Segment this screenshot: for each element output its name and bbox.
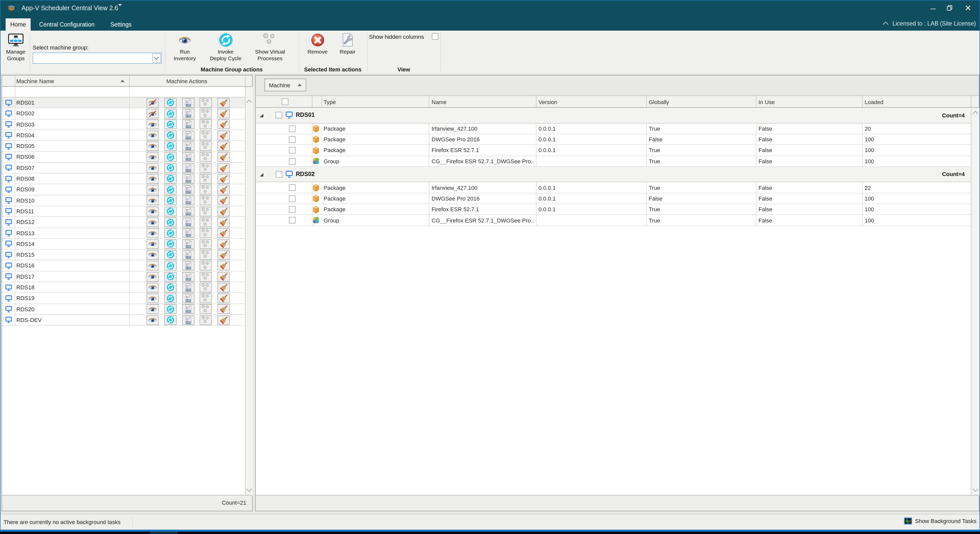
- scroll-up-icon[interactable]: [973, 111, 978, 117]
- inventory-eye-button[interactable]: [146, 304, 159, 314]
- deploy-cycle-button[interactable]: [164, 163, 177, 173]
- inventory-eye-button[interactable]: [146, 196, 159, 205]
- view-log-button[interactable]: LOG: [182, 152, 194, 162]
- machine-row[interactable]: RDS13: [2, 228, 245, 239]
- machine-row[interactable]: RDS07: [2, 163, 245, 174]
- inventory-eye-button[interactable]: [146, 98, 159, 108]
- inventory-eye-button[interactable]: [146, 250, 159, 260]
- deploy-cycle-button[interactable]: [164, 152, 177, 162]
- show-virtual-processes-button[interactable]: ⚙ ⚙ ⚙ Show VirtualProcesses: [250, 32, 290, 61]
- view-log-button[interactable]: LOG: [182, 272, 194, 281]
- virtual-processes-button[interactable]: ⚙ ⚙ ⚙: [200, 261, 212, 271]
- view-log-button[interactable]: LOG: [182, 196, 194, 205]
- deploy-cycle-button[interactable]: [164, 185, 177, 194]
- cleanup-button[interactable]: [218, 239, 230, 249]
- view-log-button[interactable]: LOG: [182, 261, 194, 271]
- virtual-processes-button[interactable]: ⚙ ⚙ ⚙: [200, 109, 212, 118]
- inventory-eye-button[interactable]: [146, 218, 159, 227]
- virtual-processes-button[interactable]: ⚙ ⚙ ⚙: [200, 239, 212, 249]
- package-row[interactable]: Package Firefox ESR 52.7.1 0.0.0.1 True …: [256, 204, 971, 215]
- machines-filter-row[interactable]: [2, 87, 245, 97]
- inventory-eye-button[interactable]: [146, 109, 159, 118]
- cleanup-button[interactable]: [218, 141, 230, 151]
- inventory-eye-button[interactable]: [146, 207, 159, 216]
- packages-scrollbar[interactable]: [971, 108, 979, 496]
- inventory-eye-button[interactable]: [146, 130, 159, 140]
- package-row[interactable]: Group CG__Firefox ESR 52.7.1_DWGSee Pro.…: [256, 156, 971, 167]
- view-log-button[interactable]: LOG: [182, 109, 194, 118]
- virtual-processes-button[interactable]: ⚙ ⚙ ⚙: [200, 250, 212, 260]
- repair-button[interactable]: Repair: [336, 32, 360, 55]
- inventory-eye-button[interactable]: [146, 261, 159, 271]
- package-row[interactable]: Group CG__Firefox ESR 52.7.1_DWGSee Pro.…: [256, 215, 971, 226]
- inventory-eye-button[interactable]: [146, 174, 159, 184]
- column-in-use[interactable]: In Use: [759, 99, 775, 105]
- virtual-processes-button[interactable]: ⚙ ⚙ ⚙: [200, 218, 212, 227]
- deploy-cycle-button[interactable]: [164, 141, 177, 151]
- machine-row[interactable]: RDS17: [2, 272, 245, 283]
- virtual-processes-button[interactable]: ⚙ ⚙ ⚙: [200, 315, 212, 325]
- inventory-eye-button[interactable]: [146, 272, 159, 281]
- view-log-button[interactable]: LOG: [182, 174, 194, 184]
- cleanup-button[interactable]: [218, 283, 230, 292]
- cleanup-button[interactable]: [218, 185, 230, 194]
- row-checkbox[interactable]: [289, 125, 296, 132]
- cleanup-button[interactable]: [218, 293, 230, 303]
- cleanup-button[interactable]: [218, 272, 230, 281]
- virtual-processes-button[interactable]: ⚙ ⚙ ⚙: [200, 130, 212, 140]
- inventory-eye-button[interactable]: [146, 283, 159, 292]
- package-row[interactable]: Package DWGSee Pro 2016 0.0.0.1 False Fa…: [256, 134, 971, 145]
- view-log-button[interactable]: LOG: [182, 130, 194, 140]
- scroll-down-icon[interactable]: [246, 486, 252, 492]
- cleanup-button[interactable]: [218, 174, 230, 184]
- view-log-button[interactable]: LOG: [182, 239, 194, 249]
- inventory-eye-button[interactable]: [146, 185, 159, 194]
- virtual-processes-button[interactable]: ⚙ ⚙ ⚙: [200, 207, 212, 216]
- virtual-processes-button[interactable]: ⚙ ⚙ ⚙: [200, 98, 212, 108]
- cleanup-button[interactable]: [218, 261, 230, 271]
- column-type[interactable]: Type: [324, 99, 336, 105]
- deploy-cycle-button[interactable]: [164, 261, 177, 271]
- collapse-expander-icon[interactable]: [260, 173, 263, 176]
- cleanup-button[interactable]: [218, 250, 230, 260]
- virtual-processes-button[interactable]: ⚙ ⚙ ⚙: [200, 283, 212, 292]
- cleanup-button[interactable]: [218, 304, 230, 314]
- machine-row[interactable]: RDS04: [2, 130, 245, 141]
- deploy-cycle-button[interactable]: [164, 109, 177, 118]
- run-inventory-button[interactable]: RunInventory: [169, 32, 200, 61]
- machine-row[interactable]: RDS-DEV: [2, 315, 245, 326]
- machine-row[interactable]: RDS11: [2, 206, 245, 217]
- package-row[interactable]: Package Irfanview_427.100 0.0.0.1 True F…: [256, 123, 971, 134]
- machine-row[interactable]: RDS18: [2, 282, 245, 293]
- machine-row[interactable]: RDS10: [2, 195, 245, 206]
- cleanup-button[interactable]: [218, 315, 230, 325]
- deploy-cycle-button[interactable]: [164, 130, 177, 140]
- cleanup-button[interactable]: [218, 218, 230, 227]
- deploy-cycle-button[interactable]: [164, 196, 177, 205]
- tab-home[interactable]: Home: [6, 18, 30, 30]
- inventory-eye-button[interactable]: [146, 120, 159, 129]
- group-by-machine-button[interactable]: Machine: [264, 79, 306, 91]
- deploy-cycle-button[interactable]: [164, 239, 177, 249]
- row-checkbox[interactable]: [289, 158, 296, 165]
- titlebar-dropdown-icon[interactable]: [118, 6, 122, 15]
- machine-row[interactable]: RDS09: [2, 184, 245, 195]
- deploy-cycle-button[interactable]: [164, 207, 177, 216]
- cleanup-button[interactable]: [218, 130, 230, 140]
- row-checkbox[interactable]: [289, 184, 296, 191]
- cleanup-button[interactable]: [218, 163, 230, 173]
- invoke-deploy-cycle-button[interactable]: InvokeDeploy Cycle: [206, 32, 245, 61]
- row-checkbox[interactable]: [289, 147, 296, 154]
- deploy-cycle-button[interactable]: [164, 120, 177, 129]
- column-version[interactable]: Version: [538, 99, 557, 105]
- row-checkbox[interactable]: [289, 136, 296, 143]
- restore-button[interactable]: [944, 3, 955, 12]
- row-checkbox[interactable]: [289, 206, 296, 213]
- column-globally[interactable]: Globally: [649, 99, 669, 105]
- virtual-processes-button[interactable]: ⚙ ⚙ ⚙: [200, 304, 212, 314]
- inventory-eye-button[interactable]: [146, 163, 159, 173]
- machine-row[interactable]: RDS03: [2, 119, 245, 130]
- machine-row[interactable]: RDS20: [2, 304, 245, 315]
- deploy-cycle-button[interactable]: [164, 315, 177, 325]
- machine-group-row[interactable]: RDS01 Count=4: [256, 108, 971, 123]
